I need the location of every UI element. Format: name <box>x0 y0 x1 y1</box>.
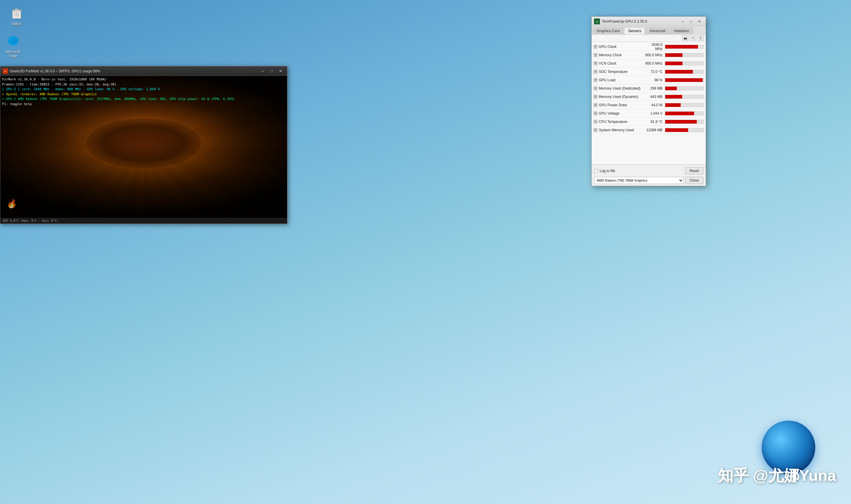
furmark-titlebar: F Geeks3D FurMark v1.36.0.0 – 36FPS, GPU… <box>0 66 287 76</box>
sensor-name-gpu-clock: ▼ GPU Clock <box>594 44 644 49</box>
sensor-name-sys-mem: ▼ System Memory Used <box>594 128 644 132</box>
furmark-window: F Geeks3D FurMark v1.36.0.0 – 36FPS, GPU… <box>0 66 287 224</box>
sensor-name-cpu-temp: ▼ CPU Temperature <box>594 120 644 124</box>
sensor-value-gpu-voltage: 1.044 V <box>644 111 665 115</box>
sensor-bar-fill-gpu-voltage <box>665 112 694 115</box>
furmark-bottom-text: GPU 6.8°C (max: 8°C - min: 6°C) <box>3 219 58 222</box>
furmark-info-overlay: FurMark v1.36.0.0 - Burn-in test, 1920x1… <box>0 76 236 108</box>
sensor-value-gpu-load: 98 % <box>644 78 665 82</box>
sensor-name-memory-clock: ▼ Memory Clock <box>594 53 644 57</box>
recycle-bin-image <box>10 6 24 20</box>
gpuz-device-row: AMD Radeon (TM) 780M Graphics Close <box>594 177 703 184</box>
gpuz-window: Z TechPowerUp GPU-Z 2.55.0 ─ □ ✕ Graphic… <box>591 16 706 186</box>
svg-text:F: F <box>5 70 6 73</box>
sensor-dropdown-gpu-load[interactable]: ▼ <box>594 78 598 82</box>
gpuz-log-row: Log to file Reset <box>594 167 703 175</box>
tab-validation[interactable]: Validation <box>670 28 693 34</box>
gpuz-reset-button[interactable]: Reset <box>685 167 703 175</box>
sensor-name-gpu-voltage: ▼ GPU Voltage <box>594 111 644 115</box>
sensor-row-vcn-clock: ▼ VCN Clock 800.0 MHz <box>592 59 706 68</box>
sensor-name-gpu-load: ▼ GPU Load <box>594 78 644 82</box>
sensor-bar-cpu-temp <box>665 120 704 124</box>
sensor-name-mem-dedicated: ▼ Memory Used (Dedicated) <box>594 86 644 90</box>
sensor-name-soc-temp: ▼ SOC Temperature <box>594 70 644 74</box>
sensor-bar-gpu-clock <box>665 44 704 49</box>
gpuz-screenshot-button[interactable]: 📷 <box>682 35 688 41</box>
recycle-bin-label: 回收站 <box>11 21 22 26</box>
sensor-value-vcn-clock: 800.0 MHz <box>644 61 665 66</box>
gpuz-window-controls: ─ □ ✕ <box>679 18 703 25</box>
tab-advanced[interactable]: Advanced <box>646 28 669 34</box>
sensor-value-mem-dynamic: 443 MB <box>644 95 665 99</box>
furmark-status-bar: GPU 6.8°C (max: 8°C - min: 6°C) <box>0 218 287 223</box>
sensor-dropdown-memory-clock[interactable]: ▼ <box>594 53 598 57</box>
gpuz-bottom-controls: Log to file Reset AMD Radeon (TM) 780M G… <box>592 165 706 186</box>
tab-sensors[interactable]: Sensors <box>624 28 645 34</box>
sensors-list: ▼ GPU Clock 2640.0 MHz ▼ Memory Clock 80… <box>592 42 706 135</box>
sensor-dropdown-soc-temp[interactable]: ▼ <box>594 70 598 74</box>
sensor-bar-fill-gpu-power <box>665 103 681 107</box>
svg-text:Z: Z <box>596 20 598 23</box>
sensor-value-sys-mem: 12088 MB <box>644 128 665 132</box>
sensor-bar-fill-gpu-clock <box>665 45 698 49</box>
sensors-empty-area <box>592 135 706 165</box>
sensor-name-gpu-power: ▼ GPU Power Draw <box>594 103 644 107</box>
gpuz-close-action-button[interactable]: Close <box>685 177 703 184</box>
gpuz-title-text: TechPowerUp GPU-Z 2.55.0 <box>602 19 679 23</box>
gpuz-app-icon: Z <box>594 18 600 24</box>
gpuz-menu-button[interactable]: ☰ <box>698 35 704 41</box>
furmark-content-area: FurMark v1.36.0.0 - Burn-in test, 1920x1… <box>0 76 287 223</box>
sensor-row-gpu-clock: ▼ GPU Clock 2640.0 MHz <box>592 42 706 51</box>
gpuz-log-checkbox[interactable] <box>594 169 598 173</box>
sensor-bar-vcn-clock <box>665 61 704 66</box>
gpuz-refresh-button[interactable]: ↺ <box>690 35 696 41</box>
sensor-dropdown-cpu-temp[interactable]: ▼ <box>594 120 598 124</box>
sensor-bar-fill-mem-dynamic <box>665 95 682 98</box>
furmark-logo: 🔥 <box>6 199 17 209</box>
sensor-bar-gpu-voltage <box>665 111 704 115</box>
sensor-row-gpu-voltage: ▼ GPU Voltage 1.044 V <box>592 109 706 118</box>
furmark-minimize-button[interactable]: ─ <box>258 68 267 74</box>
sensor-bar-memory-clock <box>665 53 704 57</box>
furmark-title: Geeks3D FurMark v1.36.0.0 – 36FPS, GPU1 … <box>10 69 258 73</box>
gpuz-tabs-bar: Graphics Card Sensors Advanced Validatio… <box>592 26 706 35</box>
edge-browser-icon[interactable]: MicrosoftEdge <box>2 34 24 58</box>
sensor-bar-fill-sys-mem <box>665 128 688 132</box>
sensor-dropdown-sys-mem[interactable]: ▼ <box>594 128 598 132</box>
sensor-bar-mem-dynamic <box>665 95 704 99</box>
furmark-close-button[interactable]: ✕ <box>276 68 285 74</box>
furmark-window-controls: ─ □ ✕ <box>258 68 285 74</box>
sensor-bar-fill-gpu-load <box>665 78 703 82</box>
sensor-dropdown-gpu-voltage[interactable]: ▼ <box>594 111 598 115</box>
sensor-value-gpu-power: 44.0 W <box>644 103 665 107</box>
sensor-dropdown-gpu-clock[interactable]: ▼ <box>594 44 598 49</box>
sensor-dropdown-gpu-power[interactable]: ▼ <box>594 103 598 107</box>
tab-graphics-card[interactable]: Graphics Card <box>593 28 623 34</box>
sensor-value-gpu-clock: 2640.0 MHz <box>644 42 665 51</box>
gpuz-maximize-button[interactable]: □ <box>687 18 695 25</box>
gpuz-close-button[interactable]: ✕ <box>695 18 703 25</box>
sensor-dropdown-mem-dynamic[interactable]: ▼ <box>594 95 598 99</box>
svg-rect-2 <box>15 9 18 10</box>
sensor-value-soc-temp: 72.0 °C <box>644 70 665 74</box>
edge-label: MicrosoftEdge <box>6 50 21 58</box>
sensor-dropdown-vcn-clock[interactable]: ▼ <box>594 61 598 66</box>
sensor-bar-sys-mem <box>665 128 704 132</box>
sensor-value-memory-clock: 800.0 MHz <box>644 53 665 57</box>
gpuz-minimize-button[interactable]: ─ <box>679 18 687 25</box>
sensor-bar-gpu-load <box>665 78 704 82</box>
sensor-bar-fill-soc-temp <box>665 70 693 74</box>
sensor-bar-soc-temp <box>665 70 704 74</box>
recycle-bin-icon[interactable]: 回收站 <box>6 6 28 26</box>
sensor-bar-fill-mem-dedicated <box>665 87 677 90</box>
sensor-row-gpu-load: ▼ GPU Load 98 % <box>592 76 706 84</box>
gpuz-log-label: Log to file <box>600 169 615 173</box>
sensor-row-mem-dedicated: ▼ Memory Used (Dedicated) 298 MB <box>592 84 706 93</box>
sensor-bar-fill-memory-clock <box>665 53 683 57</box>
sensor-name-vcn-clock: ▼ VCN Clock <box>594 61 644 66</box>
furmark-maximize-button[interactable]: □ <box>267 68 276 74</box>
sensor-dropdown-mem-dedicated[interactable]: ▼ <box>594 86 598 90</box>
sensor-bar-mem-dedicated <box>665 86 704 90</box>
gpuz-device-select[interactable]: AMD Radeon (TM) 780M Graphics <box>594 177 683 184</box>
sensor-name-mem-dynamic: ▼ Memory Used (Dynamic) <box>594 95 644 99</box>
